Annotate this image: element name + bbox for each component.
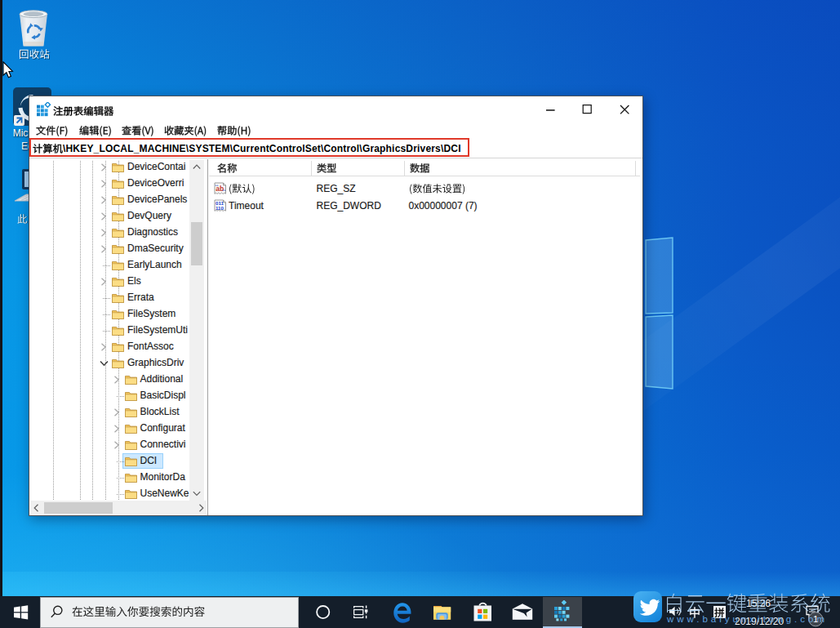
svg-text:110: 110 (216, 205, 224, 211)
svg-text:ab: ab (216, 184, 224, 192)
